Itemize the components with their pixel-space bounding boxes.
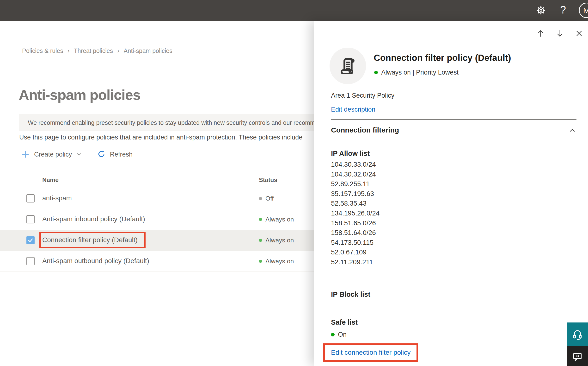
- ip-entry: 104.30.32.0/24: [331, 169, 380, 179]
- recommendation-banner: We recommend enabling preset security po…: [19, 114, 314, 131]
- gear-icon: [536, 5, 546, 15]
- support-button[interactable]: [567, 322, 588, 346]
- ip-entry: 134.195.26.0/24: [331, 208, 380, 218]
- check-icon: [27, 237, 34, 243]
- ip-entry: 104.30.33.0/24: [331, 160, 380, 169]
- status-label: Always on: [265, 216, 294, 223]
- page-title: Anti-spam policies: [19, 87, 140, 103]
- row-checkbox[interactable]: [26, 257, 35, 265]
- policy-status: Always on: [259, 258, 294, 265]
- arrow-down-icon: [555, 29, 565, 38]
- previous-item-button[interactable]: [536, 29, 545, 38]
- plus-icon: [21, 150, 30, 159]
- row-checkbox[interactable]: [26, 194, 35, 202]
- policy-name[interactable]: Anti-spam inbound policy (Default): [42, 215, 145, 223]
- table-row[interactable]: anti-spam Off: [0, 188, 314, 209]
- table-row[interactable]: Anti-spam inbound policy (Default) Alway…: [0, 209, 314, 230]
- banner-text: We recommend enabling preset security po…: [28, 119, 314, 126]
- row-checkbox[interactable]: [26, 236, 35, 244]
- screen: ? M Policies & rules › Threat policies ›…: [0, 0, 588, 366]
- section-title: Connection filtering: [331, 126, 399, 134]
- close-panel-button[interactable]: [574, 29, 584, 38]
- ip-entry: 158.51.64.0/26: [331, 228, 380, 238]
- create-policy-button[interactable]: Create policy: [21, 150, 82, 159]
- ip-allow-list: 104.30.33.0/24 104.30.32.0/24 52.89.255.…: [331, 160, 380, 267]
- policy-description: Area 1 Security Policy: [331, 92, 394, 99]
- table-row[interactable]: Anti-spam outbound policy (Default) Alwa…: [0, 251, 314, 272]
- chat-bubble-icon: [571, 351, 583, 363]
- panel-title: Connection filter policy (Default): [374, 53, 511, 63]
- safe-list-heading: Safe list: [331, 318, 358, 326]
- ip-entry: 35.157.195.63: [331, 189, 380, 199]
- policies-table: Name Status anti-spam Off Anti-spam inbo…: [0, 171, 314, 272]
- edit-description-link[interactable]: Edit description: [331, 106, 375, 113]
- ip-allow-list-heading: IP Allow list: [331, 150, 370, 158]
- status-label: Off: [265, 195, 274, 202]
- refresh-button[interactable]: Refresh: [97, 150, 133, 159]
- ip-entry: 52.0.67.109: [331, 247, 380, 257]
- policy-status: Always on: [259, 237, 294, 244]
- toolbar: Create policy Refresh: [21, 147, 132, 162]
- policy-name[interactable]: Anti-spam outbound policy (Default): [42, 257, 149, 265]
- chevron-up-icon: [568, 127, 576, 135]
- status-label: Always on: [265, 258, 294, 265]
- create-policy-label: Create policy: [34, 151, 72, 158]
- ip-block-list-heading: IP Block list: [331, 290, 370, 298]
- help-icon: ?: [560, 4, 566, 16]
- headset-icon: [571, 328, 584, 341]
- policy-status: Always on: [259, 216, 294, 223]
- status-dot: [374, 71, 378, 74]
- status-dot: [259, 260, 262, 263]
- status-dot: [259, 239, 262, 242]
- policy-name[interactable]: anti-spam: [42, 194, 72, 202]
- avatar[interactable]: M: [579, 3, 588, 18]
- status-dot: [259, 197, 262, 200]
- feedback-chat-button[interactable]: [567, 346, 588, 366]
- page-description: Use this page to configure policies that…: [19, 134, 314, 141]
- panel-status-line: Always on | Priority Lowest: [374, 69, 459, 76]
- close-icon: [575, 29, 583, 38]
- breadcrumb-separator-icon: ›: [67, 47, 70, 55]
- table-row-selected[interactable]: Connection filter policy (Default) Alway…: [0, 230, 314, 251]
- policy-icon-circle: [330, 48, 366, 84]
- topbar: ? M: [0, 0, 588, 21]
- help-button[interactable]: ?: [557, 3, 569, 17]
- ip-entry: 158.51.65.0/26: [331, 218, 380, 228]
- column-header-name[interactable]: Name: [42, 176, 59, 183]
- breadcrumb-current-page: Anti-spam policies: [124, 47, 172, 54]
- status-dot: [259, 218, 262, 221]
- policy-status: Off: [259, 195, 274, 202]
- ip-entry: 52.89.255.11: [331, 179, 380, 189]
- panel-controls: [536, 29, 584, 38]
- refresh-label: Refresh: [110, 151, 133, 158]
- scroll-policy-icon: [338, 56, 358, 76]
- status-label: Always on: [265, 237, 294, 244]
- breadcrumb-policies-rules[interactable]: Policies & rules: [22, 47, 63, 54]
- arrow-up-icon: [536, 29, 545, 38]
- status-dot: [331, 333, 335, 336]
- annotation-highlight-box: Edit connection filter policy: [323, 343, 418, 362]
- breadcrumb: Policies & rules › Threat policies › Ant…: [22, 47, 172, 55]
- edit-connection-filter-policy-link[interactable]: Edit connection filter policy: [331, 349, 411, 356]
- panel-divider: [331, 119, 576, 120]
- breadcrumb-threat-policies[interactable]: Threat policies: [74, 47, 113, 54]
- policy-name[interactable]: Connection filter policy (Default): [42, 236, 138, 244]
- safe-list-value: On: [338, 331, 347, 338]
- settings-button[interactable]: [535, 4, 547, 17]
- row-checkbox[interactable]: [26, 215, 35, 223]
- ip-entry: 52.11.209.211: [331, 257, 380, 267]
- chevron-down-icon: [76, 151, 82, 158]
- breadcrumb-separator-icon: ›: [117, 47, 119, 55]
- safe-list-status: On: [331, 331, 347, 338]
- refresh-icon: [97, 150, 106, 159]
- avatar-initial: M: [583, 6, 588, 15]
- connection-filtering-section-header[interactable]: Connection filtering: [331, 126, 576, 137]
- ip-entry: 54.173.50.115: [331, 238, 380, 248]
- ip-entry: 52.58.35.43: [331, 199, 380, 208]
- table-header: Name Status: [0, 171, 314, 188]
- next-item-button[interactable]: [555, 29, 565, 38]
- panel-status-text: Always on | Priority Lowest: [381, 69, 459, 76]
- column-header-status[interactable]: Status: [259, 176, 277, 183]
- policy-details-panel: Connection filter policy (Default) Alway…: [314, 21, 588, 366]
